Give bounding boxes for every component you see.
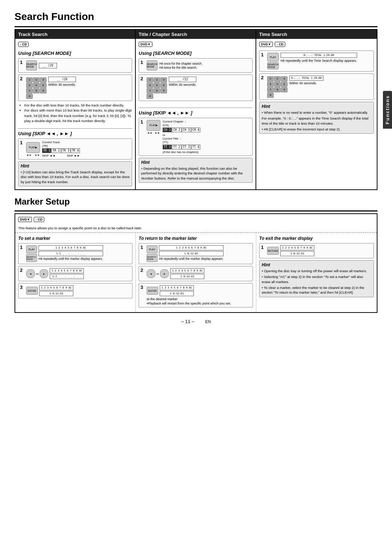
tr1: TR 1 (42, 148, 51, 153)
ret-s2-display: 1 2 3 4 5 6 7 8 9 AC (170, 268, 204, 273)
skip-note: (If the disc has no chapters) (163, 150, 200, 154)
exit-hint-text: • Opening the disc tray or turning off t… (262, 269, 371, 295)
ret-s1-display: 1 2 3 4 5 6 7 8 9 AC (159, 245, 224, 250)
ch-row: CH 1 CH 2 CH 3 CH 4 (163, 128, 200, 132)
set-next-btn: ► (40, 269, 48, 278)
title-chapter-body: DVD▼ Using [SEARCH MODE] 1 SEARCHMODE Hi… (136, 39, 256, 186)
numpad: ① ② ③ ④ ⑤ ⑥ ⑦ ⑧ ⑨ ⑩ (26, 77, 46, 99)
ts-step1-note: Hit repeatedly until the Time Search dis… (281, 59, 357, 63)
tc-numpad: ① ② ③ ④ ⑤ ⑥ ⑦ ⑧ ⑨ ⑩ (147, 77, 167, 99)
dvd-badge-tc: DVD▼ (139, 42, 152, 47)
using-search-mode-title: Using [SEARCH MODE] (18, 51, 132, 56)
ret-next-btn: ► (160, 269, 169, 278)
tc-skip-buttons: ◄◄►► (147, 132, 160, 134)
ret-s1-note: Hit repeatedly until the marker display … (159, 257, 224, 261)
skip-step1-box: 1 PLAY▶ ◄◄►► Current Track (TR) (18, 138, 132, 160)
marker-description: This feature allows you to assign a spec… (15, 224, 377, 233)
tc-hint-text: • Depending on the disc being played, th… (141, 166, 250, 181)
tc-using-skip-title: Using [SKIP ◄◄ , ►► ] (139, 110, 253, 116)
track-search-header: Track Search (15, 30, 135, 39)
ret-step2: 2 ◄ or ► 1 2 3 4 5 6 7 8 9 AC 1 0:12:01 (139, 266, 253, 281)
tr2: TR 2 (52, 148, 61, 153)
page-title: Search Function (15, 11, 377, 23)
tr4: TR 4 (71, 148, 80, 153)
set-s1-sub: 1:1 _ _ . _ _ . _ _ (38, 251, 103, 256)
ts-hint-title: Hint (262, 104, 371, 109)
remote-step1: SEARCHMODE (26, 60, 37, 70)
tr-label: (TR) (42, 144, 80, 148)
ts-hint-text: • When there is no need to enter a numbe… (262, 110, 371, 132)
tc-remote-step1: SEARCHMODE (147, 60, 158, 70)
marker-setup-grid: DVD▼ ♪ CD This feature allows you to ass… (15, 213, 377, 313)
tc-hint-title: Hint (141, 160, 250, 165)
exit-marker-title: To exit the marker display (259, 236, 374, 241)
set-marker-col: To set a marker 1 PLAY SEARCH MODE 1 2 3… (15, 233, 136, 312)
time-search-col: Time Search DVD▼ ♪ CD 1 PLAY SEARCHMODE (256, 30, 377, 189)
tc-step2-note: Within 30 seconds. (169, 83, 196, 86)
tt-label: (TT) (163, 141, 200, 144)
ts-step1-box: 1 PLAY SEARCHMODE 0:...: TOTAL 1:29:00 H… (259, 51, 374, 72)
ret-search-btn: SEARCH MODE (147, 254, 158, 262)
ret-s2-sub: 1 0:12:01 (170, 274, 204, 279)
tc-step1-box: 1 SEARCHMODE Hit once for the chapter se… (139, 58, 253, 73)
ret-enter-btn: ENTER (147, 287, 158, 295)
step2-note: Within 30 seconds. (48, 83, 76, 86)
title-chapter-header: Title / Chapter Search (136, 30, 256, 39)
skip-buttons: ◄◄►► (26, 154, 40, 156)
set-step3: 3 ENTER 1 2 3 4 5 6 7 8 9 AC 1 0:12:01 (18, 283, 132, 298)
set-step2: 2 ◄ or ► 1 2 3 4 5 6 7 8 9 AC 1:1 _ _ . … (18, 266, 132, 281)
time-search-header: Time Search (256, 30, 377, 39)
cd-badge-ts: ♪ CD (275, 42, 285, 47)
tc-hint: Hint • Depending on the disc being playe… (139, 158, 253, 183)
ts-hint: Hint • When there is no need to enter a … (259, 102, 374, 134)
ret-s3-sub: •Playback will restart from the specific… (147, 302, 251, 305)
set-prev-btn: ◄ (26, 269, 35, 278)
marker-setup-title: Marker Setup (15, 197, 377, 207)
track-search-col: Track Search ♪ CD Using [SEARCH MODE] 1 … (15, 30, 136, 189)
step2-display: __ /29 (48, 77, 76, 82)
set-s1-note: Hit repeatedly until the marker display … (38, 257, 103, 261)
current-track-label: Current Track (42, 141, 80, 144)
hint-text: • [+10] button can also bring the Track … (21, 170, 130, 184)
track-hint: Hint • [+10] button can also bring the T… (18, 161, 132, 186)
set-s3-sub: 1 0:12:01 (39, 291, 73, 296)
exit-hint: Hint • Opening the disc tray or turning … (259, 260, 374, 297)
ret-s3-display: 1 2 3 4 5 6 7 8 9 AC (160, 285, 194, 290)
page-footer: – 11 – EN (15, 319, 377, 324)
ts-search-remote: SEARCHMODE (267, 62, 279, 69)
return-btn: RETURN (267, 247, 279, 255)
language-label: EN (205, 319, 211, 324)
track-search-body: ♪ CD Using [SEARCH MODE] 1 SEARCHMODE __… (15, 39, 135, 189)
ts-step2-note: Within 30 seconds. (289, 81, 323, 85)
marker-dvd-badge: DVD▼ (18, 217, 32, 222)
tc-skip-step1-box: 1 PLAY▶ ◄◄►► Current Chapter ↓ (139, 118, 253, 156)
using-skip-title: Using [SKIP ◄◄ , ►► ] (18, 131, 132, 136)
ts-numpad: ① ② ③ ④ ⑤ ⑥ ⑦ ⑧ ⑨ ⑩ (267, 76, 287, 98)
ret-s1-sub: 1 0:12:01 (159, 251, 224, 256)
track-row: TR 1 TR 2 TR 3 TR 4 (42, 148, 80, 153)
ts-step2-display: 0:...: TOTAL 1:29:00 (289, 76, 323, 81)
search-function-grid: Track Search ♪ CD Using [SEARCH MODE] 1 … (15, 29, 377, 190)
return-marker-col: To return to the marker later 1 PLAY SEA… (136, 233, 256, 312)
ts-play-remote: PLAY (267, 53, 279, 61)
step1-note-b: Hit twice for the title search. (159, 66, 203, 69)
ret-play-btn: PLAY (147, 245, 158, 253)
step1-display: __ /29 (39, 63, 57, 68)
set-s3-display: 1 2 3 4 5 6 7 8 9 AC (39, 285, 73, 290)
marker-cols: To set a marker 1 PLAY SEARCH MODE 1 2 3… (15, 233, 377, 312)
tc-step2-display: __ /12 (169, 77, 196, 82)
ret-step3: 3 ENTER 1 2 3 4 5 6 7 8 9 AC 1 0:12:01 a… (139, 283, 253, 307)
step1-note-a: Hit once for the chapter search. (159, 62, 203, 65)
set-marker-title: To set a marker (18, 236, 132, 241)
set-s1-display: 1 2 3 4 5 6 7 8 9 AC (38, 245, 103, 250)
marker-top: DVD▼ ♪ CD (15, 214, 377, 224)
set-s2-sub: 1:1 _ _ . _ _ . _ _ (50, 274, 84, 279)
ret-step1: 1 PLAY SEARCH MODE 1 2 3 4 5 6 7 8 9 AC … (139, 243, 253, 264)
enter-btn: ENTER (26, 287, 38, 295)
tc-using-search-title: Using [SEARCH MODE] (139, 51, 253, 56)
ts-step1-display: 0:...: TOTAL 1:29:00 (281, 53, 357, 58)
set-s2-display: 1 2 3 4 5 6 7 8 9 AC (50, 268, 84, 273)
track-bullets: For the disc with less than 10 tracks, h… (18, 103, 132, 124)
current-title-label: Current Title ↓ (163, 137, 200, 140)
title-chapter-col: Title / Chapter Search DVD▼ Using [SEARC… (136, 30, 256, 189)
